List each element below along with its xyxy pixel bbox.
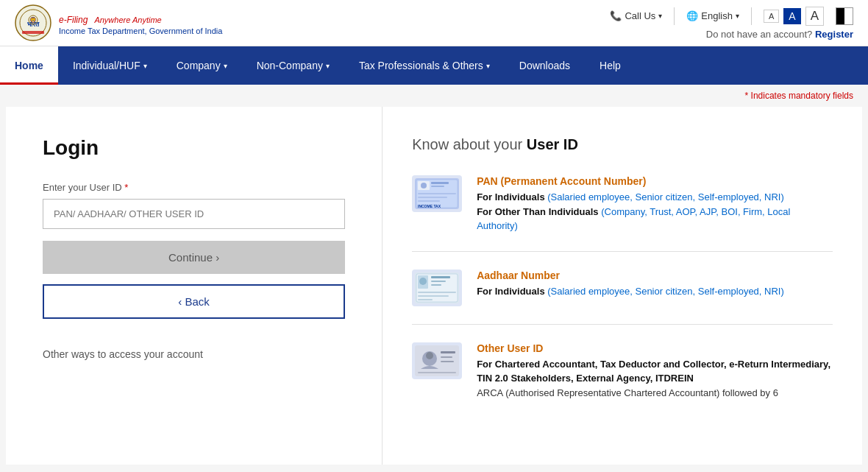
svg-text:INCOME TAX: INCOME TAX	[418, 204, 441, 208]
aadhaar-desc: For Individuals (Salaried employee, Seni…	[477, 284, 833, 299]
font-medium-button[interactable]: A	[783, 8, 800, 24]
language-selector[interactable]: 🌐 English ▾	[686, 10, 739, 21]
lang-chevron-icon: ▾	[736, 12, 739, 20]
account-text: Do not have an account? Register	[706, 29, 853, 40]
userid-heading: Know about your User ID	[412, 136, 833, 153]
svg-rect-11	[431, 186, 444, 187]
navbar: Home Individual/HUF ▾ Company ▾ Non-Comp…	[0, 46, 868, 85]
logo-tagline: Anywhere Anytime	[94, 15, 161, 24]
font-large-button[interactable]: A	[805, 7, 824, 26]
svg-point-9	[421, 183, 427, 189]
register-link[interactable]: Register	[815, 29, 853, 40]
india-emblem-icon: भारत 🦁	[15, 4, 51, 41]
userid-panel: Know about your User ID INCOME TAX	[383, 107, 862, 465]
other-ways-label: Other ways to access your account	[43, 348, 345, 360]
other-id-info: Other User ID For Chartered Accountant, …	[477, 342, 833, 401]
call-us-button[interactable]: 📞 Call Us ▾	[610, 10, 662, 21]
other-id-desc: For Chartered Accountant, Tax Deductor a…	[477, 357, 833, 401]
other-id-type-name: Other User ID	[477, 342, 833, 354]
svg-rect-24	[418, 295, 449, 297]
svg-rect-20	[431, 276, 450, 278]
nav-individual-huf[interactable]: Individual/HUF ▾	[58, 46, 162, 85]
nav-chevron-icon2: ▾	[224, 62, 227, 70]
login-title: Login	[43, 136, 345, 160]
pan-info: PAN (Permanent Account Number) For Indiv…	[477, 175, 833, 233]
pan-desc: For Individuals (Salaried employee, Seni…	[477, 190, 833, 233]
pan-card-icon: INCOME TAX	[412, 175, 462, 212]
aadhaar-item: Aadhaar Number For Individuals (Salaried…	[412, 270, 833, 325]
svg-rect-5	[22, 31, 44, 34]
nav-company[interactable]: Company ▾	[162, 46, 242, 85]
svg-rect-32	[418, 372, 456, 373]
required-asterisk: *	[124, 182, 128, 193]
nav-chevron-icon: ▾	[143, 62, 147, 70]
svg-rect-29	[441, 351, 455, 353]
top-right-area: 📞 Call Us ▾ 🌐 English ▾ A A A Do not hav…	[610, 7, 853, 40]
top-bar: भारत 🦁 e-Filing Anywhere Anytime Income …	[0, 0, 868, 46]
svg-rect-21	[431, 281, 446, 282]
globe-icon: 🌐	[686, 10, 698, 21]
main-content: Login Enter your User ID * Continue › ‹ …	[6, 107, 862, 465]
nav-help[interactable]: Help	[585, 46, 636, 85]
pan-item: INCOME TAX PAN (Permanent Account Number…	[412, 175, 833, 252]
svg-rect-10	[431, 182, 449, 184]
pan-type-name: PAN (Permanent Account Number)	[477, 175, 833, 187]
call-us-chevron-icon: ▾	[658, 12, 662, 20]
svg-rect-31	[441, 361, 454, 362]
login-panel: Login Enter your User ID * Continue › ‹ …	[6, 107, 383, 465]
svg-point-19	[419, 278, 427, 285]
aadhaar-info: Aadhaar Number For Individuals (Salaried…	[477, 270, 833, 306]
svg-point-28	[426, 352, 433, 359]
nav-tax-professionals[interactable]: Tax Professionals & Others ▾	[344, 46, 505, 85]
svg-rect-12	[418, 193, 456, 194]
logo-efiling-label: e-Filing Anywhere Anytime	[59, 11, 222, 27]
nav-chevron-icon3: ▾	[326, 62, 330, 70]
aadhaar-type-name: Aadhaar Number	[477, 270, 833, 281]
nav-non-company[interactable]: Non-Company ▾	[242, 46, 344, 85]
logo-text-area: e-Filing Anywhere Anytime Income Tax Dep…	[59, 11, 222, 35]
divider	[674, 7, 675, 25]
logo-area: भारत 🦁 e-Filing Anywhere Anytime Income …	[15, 4, 222, 41]
font-small-button[interactable]: A	[764, 10, 779, 23]
other-id-icon	[412, 342, 462, 379]
nav-downloads[interactable]: Downloads	[505, 46, 585, 85]
nav-home[interactable]: Home	[0, 46, 58, 85]
logo-subtitle: Income Tax Department, Government of Ind…	[59, 27, 222, 35]
svg-rect-25	[418, 299, 433, 300]
font-controls: A A A	[764, 7, 824, 26]
svg-rect-22	[431, 284, 441, 286]
svg-rect-14	[418, 200, 440, 202]
svg-text:🦁: 🦁	[29, 16, 37, 24]
phone-icon: 📞	[610, 10, 622, 21]
user-id-label: Enter your User ID *	[43, 182, 345, 193]
svg-rect-23	[418, 292, 456, 293]
aadhaar-card-icon	[412, 270, 462, 306]
other-id-item: Other User ID For Chartered Accountant, …	[412, 342, 833, 418]
nav-chevron-icon4: ▾	[486, 62, 490, 70]
top-actions: 📞 Call Us ▾ 🌐 English ▾ A A A	[610, 7, 853, 26]
svg-rect-30	[441, 356, 452, 358]
back-button[interactable]: ‹ Back	[43, 284, 345, 319]
contrast-button[interactable]	[836, 7, 853, 25]
continue-button[interactable]: Continue ›	[43, 241, 345, 274]
divider2	[751, 7, 752, 25]
mandatory-note: * Indicates mandatory fields	[0, 85, 868, 107]
svg-rect-13	[418, 197, 447, 198]
user-id-input[interactable]	[43, 199, 345, 229]
